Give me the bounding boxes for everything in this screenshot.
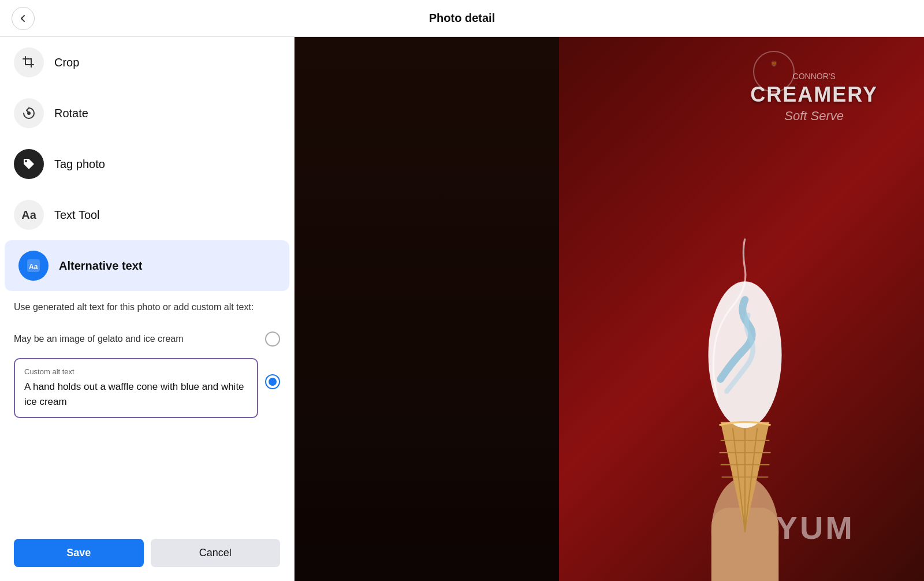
alt-text-section: Use generated alt text for this photo or… bbox=[0, 291, 294, 425]
tag-icon bbox=[14, 149, 44, 179]
crop-icon bbox=[14, 47, 44, 77]
custom-alt-inner: Custom alt text A hand holds out a waffl… bbox=[24, 367, 248, 409]
text-tool-icon: Aa bbox=[14, 200, 44, 230]
left-panel: Crop Rotate Tag photo bbox=[0, 37, 295, 581]
sidebar-item-rotate[interactable]: Rotate bbox=[0, 88, 294, 139]
photo-display: CONNOR'S CREAMERY Soft Serve YUM bbox=[295, 37, 924, 581]
svg-point-15 bbox=[754, 51, 794, 92]
svg-point-0 bbox=[27, 111, 31, 115]
custom-alt-value: A hand holds out a waffle cone with blue… bbox=[24, 379, 248, 409]
crop-label: Crop bbox=[54, 56, 79, 69]
custom-alt-text-box[interactable]: Custom alt text A hand holds out a waffl… bbox=[14, 358, 258, 418]
main-content: Crop Rotate Tag photo bbox=[0, 37, 924, 581]
generated-alt-label: May be an image of gelato and ice cream bbox=[14, 334, 184, 344]
rotate-label: Rotate bbox=[54, 107, 88, 120]
custom-alt-option: Custom alt text A hand holds out a waffl… bbox=[14, 358, 280, 418]
svg-point-1 bbox=[25, 160, 27, 162]
back-button[interactable] bbox=[12, 7, 35, 30]
text-tool-label: Text Tool bbox=[54, 208, 100, 222]
action-buttons: Save Cancel bbox=[0, 530, 294, 581]
tag-label: Tag photo bbox=[54, 158, 105, 171]
alt-text-label: Alternative text bbox=[59, 259, 143, 273]
svg-text:Aa: Aa bbox=[29, 263, 38, 271]
custom-alt-label: Custom alt text bbox=[24, 367, 248, 376]
logo-silhouette: 🦁 bbox=[751, 49, 797, 97]
page-title: Photo detail bbox=[429, 12, 495, 25]
save-button[interactable]: Save bbox=[14, 539, 144, 567]
sidebar-item-crop[interactable]: Crop bbox=[0, 37, 294, 88]
custom-alt-radio[interactable] bbox=[265, 374, 280, 389]
generated-alt-option[interactable]: May be an image of gelato and ice cream bbox=[14, 326, 280, 352]
rotate-icon bbox=[14, 98, 44, 128]
creamery-sub: Soft Serve bbox=[750, 109, 878, 124]
generated-alt-radio[interactable] bbox=[265, 332, 280, 347]
photo-background: CONNOR'S CREAMERY Soft Serve YUM bbox=[295, 37, 924, 581]
ice-cream-svg bbox=[653, 165, 837, 581]
header: Photo detail bbox=[0, 0, 924, 37]
alt-text-icon: Aa bbox=[18, 251, 49, 281]
sidebar-item-text[interactable]: Aa Text Tool bbox=[0, 189, 294, 240]
svg-text:🦁: 🦁 bbox=[770, 60, 778, 68]
dark-section bbox=[295, 37, 559, 581]
sidebar-item-alt-text[interactable]: Aa Alternative text bbox=[5, 240, 289, 291]
right-panel: CONNOR'S CREAMERY Soft Serve YUM bbox=[295, 37, 924, 581]
back-icon bbox=[18, 13, 28, 24]
alt-text-description: Use generated alt text for this photo or… bbox=[14, 300, 280, 314]
cancel-button[interactable]: Cancel bbox=[151, 539, 281, 567]
sidebar-item-tag[interactable]: Tag photo bbox=[0, 139, 294, 189]
